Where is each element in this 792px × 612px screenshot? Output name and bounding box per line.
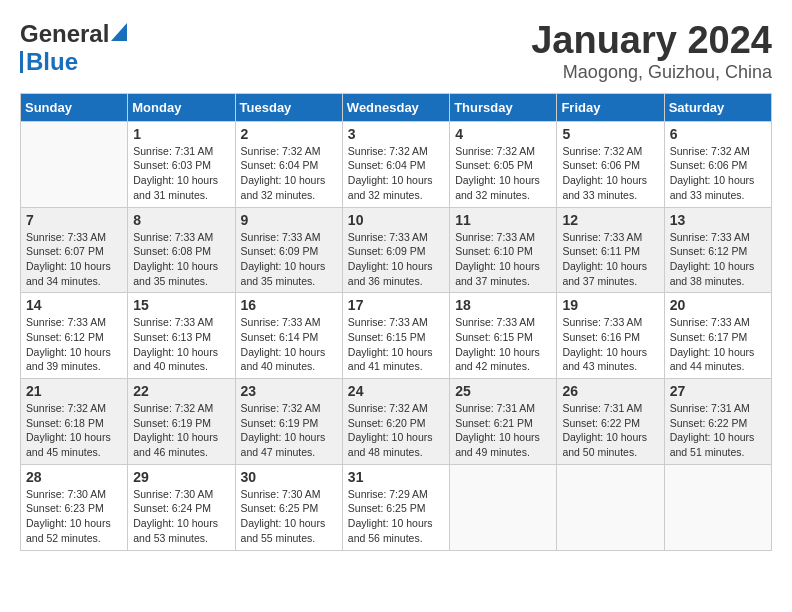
calendar-cell: 3Sunrise: 7:32 AM Sunset: 6:04 PM Daylig…: [342, 121, 449, 207]
day-info: Sunrise: 7:33 AM Sunset: 6:17 PM Dayligh…: [670, 315, 766, 374]
day-number: 7: [26, 212, 122, 228]
day-number: 22: [133, 383, 229, 399]
calendar-cell: 13Sunrise: 7:33 AM Sunset: 6:12 PM Dayli…: [664, 207, 771, 293]
day-number: 6: [670, 126, 766, 142]
calendar-cell: 2Sunrise: 7:32 AM Sunset: 6:04 PM Daylig…: [235, 121, 342, 207]
day-number: 10: [348, 212, 444, 228]
calendar-cell: 5Sunrise: 7:32 AM Sunset: 6:06 PM Daylig…: [557, 121, 664, 207]
calendar-cell: 17Sunrise: 7:33 AM Sunset: 6:15 PM Dayli…: [342, 293, 449, 379]
month-title: January 2024: [531, 20, 772, 62]
calendar-cell: 15Sunrise: 7:33 AM Sunset: 6:13 PM Dayli…: [128, 293, 235, 379]
calendar-cell: [664, 464, 771, 550]
day-number: 3: [348, 126, 444, 142]
day-info: Sunrise: 7:33 AM Sunset: 6:12 PM Dayligh…: [26, 315, 122, 374]
logo-arrow-icon: [111, 23, 127, 41]
day-info: Sunrise: 7:32 AM Sunset: 6:05 PM Dayligh…: [455, 144, 551, 203]
day-info: Sunrise: 7:32 AM Sunset: 6:18 PM Dayligh…: [26, 401, 122, 460]
day-number: 20: [670, 297, 766, 313]
calendar-cell: 21Sunrise: 7:32 AM Sunset: 6:18 PM Dayli…: [21, 379, 128, 465]
day-number: 19: [562, 297, 658, 313]
day-info: Sunrise: 7:31 AM Sunset: 6:03 PM Dayligh…: [133, 144, 229, 203]
calendar-cell: 9Sunrise: 7:33 AM Sunset: 6:09 PM Daylig…: [235, 207, 342, 293]
day-info: Sunrise: 7:33 AM Sunset: 6:15 PM Dayligh…: [348, 315, 444, 374]
day-number: 27: [670, 383, 766, 399]
day-info: Sunrise: 7:32 AM Sunset: 6:04 PM Dayligh…: [241, 144, 337, 203]
day-number: 30: [241, 469, 337, 485]
day-info: Sunrise: 7:32 AM Sunset: 6:19 PM Dayligh…: [133, 401, 229, 460]
day-info: Sunrise: 7:33 AM Sunset: 6:08 PM Dayligh…: [133, 230, 229, 289]
day-number: 11: [455, 212, 551, 228]
calendar-cell: 12Sunrise: 7:33 AM Sunset: 6:11 PM Dayli…: [557, 207, 664, 293]
day-number: 25: [455, 383, 551, 399]
calendar-cell: 7Sunrise: 7:33 AM Sunset: 6:07 PM Daylig…: [21, 207, 128, 293]
calendar-row-2: 7Sunrise: 7:33 AM Sunset: 6:07 PM Daylig…: [21, 207, 772, 293]
calendar-cell: 28Sunrise: 7:30 AM Sunset: 6:23 PM Dayli…: [21, 464, 128, 550]
logo: General Blue: [20, 20, 127, 76]
day-number: 15: [133, 297, 229, 313]
calendar-cell: 24Sunrise: 7:32 AM Sunset: 6:20 PM Dayli…: [342, 379, 449, 465]
calendar-row-3: 14Sunrise: 7:33 AM Sunset: 6:12 PM Dayli…: [21, 293, 772, 379]
calendar-cell: [21, 121, 128, 207]
day-info: Sunrise: 7:33 AM Sunset: 6:13 PM Dayligh…: [133, 315, 229, 374]
title-area: January 2024 Maogong, Guizhou, China: [531, 20, 772, 83]
col-header-thursday: Thursday: [450, 93, 557, 121]
day-number: 17: [348, 297, 444, 313]
calendar-cell: 26Sunrise: 7:31 AM Sunset: 6:22 PM Dayli…: [557, 379, 664, 465]
day-number: 13: [670, 212, 766, 228]
day-info: Sunrise: 7:33 AM Sunset: 6:12 PM Dayligh…: [670, 230, 766, 289]
day-number: 14: [26, 297, 122, 313]
calendar-cell: 16Sunrise: 7:33 AM Sunset: 6:14 PM Dayli…: [235, 293, 342, 379]
day-info: Sunrise: 7:33 AM Sunset: 6:11 PM Dayligh…: [562, 230, 658, 289]
day-number: 1: [133, 126, 229, 142]
logo-bar-icon: [20, 51, 23, 73]
day-number: 26: [562, 383, 658, 399]
calendar-cell: 23Sunrise: 7:32 AM Sunset: 6:19 PM Dayli…: [235, 379, 342, 465]
day-info: Sunrise: 7:30 AM Sunset: 6:25 PM Dayligh…: [241, 487, 337, 546]
day-info: Sunrise: 7:33 AM Sunset: 6:15 PM Dayligh…: [455, 315, 551, 374]
day-number: 31: [348, 469, 444, 485]
day-number: 29: [133, 469, 229, 485]
day-info: Sunrise: 7:33 AM Sunset: 6:09 PM Dayligh…: [348, 230, 444, 289]
day-number: 9: [241, 212, 337, 228]
col-header-monday: Monday: [128, 93, 235, 121]
calendar-row-4: 21Sunrise: 7:32 AM Sunset: 6:18 PM Dayli…: [21, 379, 772, 465]
calendar-header-row: SundayMondayTuesdayWednesdayThursdayFrid…: [21, 93, 772, 121]
day-info: Sunrise: 7:32 AM Sunset: 6:06 PM Dayligh…: [562, 144, 658, 203]
day-info: Sunrise: 7:31 AM Sunset: 6:22 PM Dayligh…: [562, 401, 658, 460]
day-number: 5: [562, 126, 658, 142]
day-info: Sunrise: 7:32 AM Sunset: 6:20 PM Dayligh…: [348, 401, 444, 460]
calendar-cell: [557, 464, 664, 550]
day-info: Sunrise: 7:30 AM Sunset: 6:24 PM Dayligh…: [133, 487, 229, 546]
calendar-cell: 10Sunrise: 7:33 AM Sunset: 6:09 PM Dayli…: [342, 207, 449, 293]
calendar-cell: 11Sunrise: 7:33 AM Sunset: 6:10 PM Dayli…: [450, 207, 557, 293]
calendar-cell: 22Sunrise: 7:32 AM Sunset: 6:19 PM Dayli…: [128, 379, 235, 465]
calendar-cell: 20Sunrise: 7:33 AM Sunset: 6:17 PM Dayli…: [664, 293, 771, 379]
col-header-tuesday: Tuesday: [235, 93, 342, 121]
day-info: Sunrise: 7:31 AM Sunset: 6:21 PM Dayligh…: [455, 401, 551, 460]
day-number: 4: [455, 126, 551, 142]
day-info: Sunrise: 7:33 AM Sunset: 6:10 PM Dayligh…: [455, 230, 551, 289]
calendar-cell: [450, 464, 557, 550]
location: Maogong, Guizhou, China: [531, 62, 772, 83]
calendar-cell: 29Sunrise: 7:30 AM Sunset: 6:24 PM Dayli…: [128, 464, 235, 550]
calendar-cell: 27Sunrise: 7:31 AM Sunset: 6:22 PM Dayli…: [664, 379, 771, 465]
calendar-cell: 6Sunrise: 7:32 AM Sunset: 6:06 PM Daylig…: [664, 121, 771, 207]
day-info: Sunrise: 7:33 AM Sunset: 6:16 PM Dayligh…: [562, 315, 658, 374]
col-header-saturday: Saturday: [664, 93, 771, 121]
day-info: Sunrise: 7:31 AM Sunset: 6:22 PM Dayligh…: [670, 401, 766, 460]
day-info: Sunrise: 7:30 AM Sunset: 6:23 PM Dayligh…: [26, 487, 122, 546]
day-info: Sunrise: 7:32 AM Sunset: 6:19 PM Dayligh…: [241, 401, 337, 460]
page-header: General Blue January 2024 Maogong, Guizh…: [20, 20, 772, 83]
calendar-row-5: 28Sunrise: 7:30 AM Sunset: 6:23 PM Dayli…: [21, 464, 772, 550]
calendar-cell: 18Sunrise: 7:33 AM Sunset: 6:15 PM Dayli…: [450, 293, 557, 379]
logo-general: General: [20, 20, 109, 48]
col-header-friday: Friday: [557, 93, 664, 121]
day-number: 12: [562, 212, 658, 228]
day-number: 23: [241, 383, 337, 399]
col-header-wednesday: Wednesday: [342, 93, 449, 121]
logo-blue: Blue: [26, 48, 78, 76]
day-number: 2: [241, 126, 337, 142]
calendar-cell: 19Sunrise: 7:33 AM Sunset: 6:16 PM Dayli…: [557, 293, 664, 379]
calendar-cell: 25Sunrise: 7:31 AM Sunset: 6:21 PM Dayli…: [450, 379, 557, 465]
calendar-cell: 4Sunrise: 7:32 AM Sunset: 6:05 PM Daylig…: [450, 121, 557, 207]
